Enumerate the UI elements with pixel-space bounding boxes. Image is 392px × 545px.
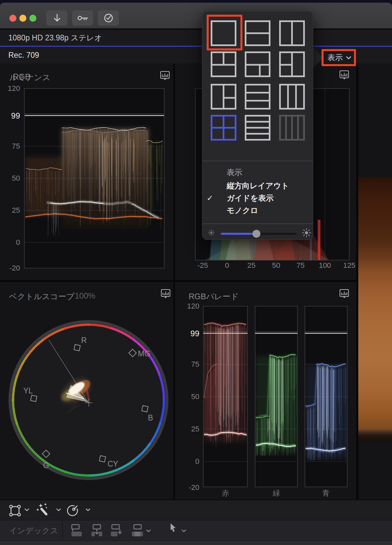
chevron-down-icon[interactable]: [56, 508, 61, 511]
svg-text:CY: CY: [108, 460, 118, 468]
close-button[interactable]: [9, 15, 16, 22]
svg-text:YL: YL: [23, 386, 33, 395]
video-scopes-area: ルミナンス RGB ベクトルスコープ 100% RGBパレード RMGYLBGC…: [0, 63, 392, 500]
x-tick-label: 100: [315, 261, 335, 270]
y-tick-label: 99: [174, 329, 199, 338]
background-tasks-button[interactable]: [98, 10, 119, 26]
layout-option-rows4[interactable]: [245, 115, 270, 141]
brightness-slider-fill: [221, 233, 256, 235]
fcp-video-scopes-window: 1080p HD 23.98p ステレオ Rec. 709 表示 ルミナンス R…: [0, 0, 392, 545]
menu-item-3[interactable]: モノクロ: [202, 205, 313, 216]
insert-clip-button[interactable]: [91, 524, 104, 537]
y-tick-label: 50: [174, 392, 199, 401]
chevron-down-icon: [346, 56, 351, 59]
vectorscope: RMGYLBGCY: [0, 282, 173, 500]
window-titlebar[interactable]: [0, 3, 392, 28]
layout-option-cols4[interactable]: [279, 115, 305, 141]
y-tick-label: 25: [0, 206, 20, 215]
layout-option-right-split[interactable]: [211, 84, 236, 110]
colorspace-text: Rec. 709: [8, 51, 39, 60]
chevron-down-icon[interactable]: [24, 508, 29, 511]
layout-glyph-cols4: [279, 115, 305, 141]
y-tick-label: 120: [0, 84, 20, 93]
y-tick-label: 75: [174, 360, 199, 369]
layout-option-rows2[interactable]: [245, 20, 270, 46]
tools-arrow-button[interactable]: [170, 523, 178, 533]
svg-text:G: G: [43, 461, 49, 470]
append-clip-button[interactable]: [110, 524, 123, 537]
color-gauge-icon: [66, 504, 80, 517]
overwrite-clip-button[interactable]: [131, 524, 144, 537]
channel-label: 青: [316, 488, 336, 498]
layout-option-cols3[interactable]: [279, 84, 305, 110]
menu-item-1[interactable]: 縦方向レイアウト: [202, 180, 313, 191]
magic-wand-icon: [36, 502, 52, 518]
connect-clip-button[interactable]: [71, 524, 83, 537]
y-tick-label: -20: [174, 483, 199, 492]
layout-glyph-rows2: [245, 20, 270, 46]
minimize-button[interactable]: [19, 15, 26, 22]
connect-clip-icon: [71, 524, 83, 537]
menu-item-label: 縦方向レイアウト: [227, 181, 289, 191]
chevron-down-icon[interactable]: [146, 529, 151, 532]
view-button-label: 表示: [328, 52, 343, 63]
toolbar-divider: [62, 520, 63, 540]
layout-glyph-single: [211, 20, 236, 46]
y-tick-label: 120: [174, 302, 199, 311]
y-tick-label: -20: [0, 264, 20, 272]
timeline-toolbar: インデックス: [0, 520, 392, 540]
x-tick-label: 25: [241, 261, 261, 270]
layout-option-grid2x2[interactable]: [211, 115, 236, 141]
layout-option-top-split[interactable]: [211, 51, 236, 77]
viewer-preview-strip: [358, 127, 392, 545]
check-circle-icon: [104, 13, 114, 23]
enhancements-button[interactable]: [36, 502, 52, 518]
layout-option-single[interactable]: [211, 20, 236, 46]
layout-option-rows3[interactable]: [245, 84, 270, 110]
rgb-parade-waveform: [175, 282, 356, 500]
overwrite-clip-icon: [131, 524, 144, 537]
layout-glyph-grid2x2: [211, 115, 236, 141]
layout-glyph-cols3: [279, 84, 305, 110]
y-tick-label: 0: [174, 457, 199, 466]
popup-divider: [202, 161, 313, 161]
layout-option-left-split[interactable]: [279, 51, 305, 77]
brightness-bright-icon: [302, 228, 312, 238]
y-tick-label: 50: [0, 174, 20, 183]
brightness-dim-icon: [208, 229, 215, 236]
x-tick-label: -25: [193, 261, 213, 270]
index-label: インデックス: [9, 526, 58, 535]
menu-item-label: ガイドを表示: [227, 193, 273, 203]
timeline-filmstrip-edge: [0, 540, 392, 545]
format-text: 1080p HD 23.98p ステレオ: [8, 33, 102, 43]
keywords-button[interactable]: [72, 10, 93, 26]
svg-text:MG: MG: [138, 349, 150, 358]
index-button[interactable]: インデックス: [9, 525, 58, 536]
brightness-slider-thumb[interactable]: [252, 230, 260, 238]
channel-label: 赤: [215, 488, 235, 498]
channel-label: 緑: [266, 488, 286, 498]
panel-divider-horizontal[interactable]: [0, 280, 356, 282]
x-tick-label: 50: [266, 261, 286, 270]
chevron-down-icon[interactable]: [181, 529, 186, 532]
layout-glyph-left-split: [279, 51, 305, 77]
chevron-down-icon[interactable]: [85, 508, 90, 511]
layout-option-bottom-split[interactable]: [245, 51, 270, 77]
y-tick-label: 75: [0, 142, 20, 151]
append-clip-icon: [110, 524, 123, 537]
transform-button[interactable]: [9, 504, 21, 517]
layout-glyph-bottom-split: [245, 51, 270, 77]
brightness-slider-track[interactable]: [221, 233, 297, 235]
y-tick-label: 99: [0, 111, 20, 121]
zoom-button[interactable]: [29, 15, 36, 22]
layout-glyph-rows4: [245, 115, 270, 141]
svg-text:B: B: [148, 413, 153, 422]
layout-option-cols2[interactable]: [279, 20, 305, 46]
color-correction-button[interactable]: [66, 504, 80, 517]
layout-glyph-right-split: [211, 84, 236, 110]
menu-item-label: モノクロ: [227, 205, 258, 216]
menu-item-2[interactable]: ✓ガイドを表示: [202, 193, 313, 203]
popup-tail: [313, 47, 324, 68]
import-media-button[interactable]: [46, 10, 67, 26]
project-format-bar: 1080p HD 23.98p ステレオ: [0, 30, 392, 46]
